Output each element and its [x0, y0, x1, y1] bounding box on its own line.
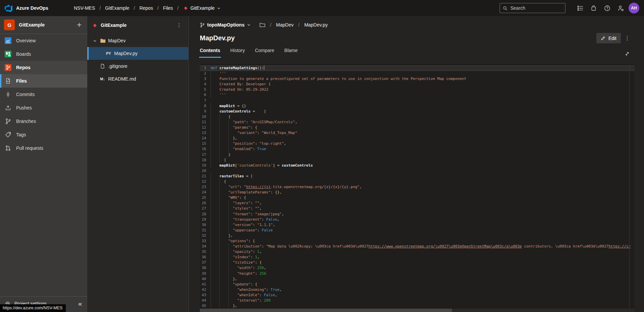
tree-item-label: README.md [108, 76, 136, 82]
tab-blame[interactable]: Blame [284, 48, 298, 58]
indent-guide-icon [219, 200, 220, 206]
avatar[interactable]: AH [629, 3, 639, 13]
sidebar-item-tags[interactable]: Tags [0, 128, 87, 141]
branch-name: topoMapOptions [207, 22, 244, 28]
tree-item-mapdev.py[interactable]: PYMapDev.py [87, 47, 188, 60]
sidebar-item-branches[interactable]: Branches [0, 115, 87, 128]
code-line-content: "WMS": { [211, 195, 635, 200]
code-token: "Map data \u0026copy; \u003ca href\u003d… [266, 244, 369, 249]
code-token: = [235, 104, 242, 108]
code-token: "position" [233, 141, 255, 146]
add-project-icon[interactable] [75, 21, 83, 29]
code-line: 39 "height": 256 [200, 271, 635, 276]
code-line: 38 "width": 256, [200, 265, 635, 271]
branch-selector[interactable]: topoMapOptions [200, 22, 251, 28]
chevron-down-icon[interactable] [93, 39, 100, 43]
sidebar-item-pull-requests[interactable]: Pull requests [0, 141, 87, 155]
tree-item-label: MapDev.py [114, 51, 138, 56]
tab-contents[interactable]: Contents [200, 48, 220, 58]
code-token: { [224, 179, 226, 184]
code-line-content: Function to generate a preconfigured set… [211, 76, 635, 82]
code-token: , [264, 266, 266, 270]
horizontal-scrollbar-thumb[interactable] [200, 309, 452, 312]
collapse-sidebar-icon[interactable]: « [78, 300, 82, 308]
code-token: "image/jpeg" [255, 212, 281, 216]
breadcrumb-repo-name: GitExample [190, 5, 215, 11]
code-token: } [233, 277, 235, 281]
tab-compare[interactable]: Compare [255, 48, 274, 58]
tree-item-mapdev[interactable]: MapDev [87, 34, 188, 47]
sidebar-item-label: Pushes [16, 105, 32, 110]
path-item[interactable]: MapDev.py [304, 22, 328, 28]
indent-guide-icon [219, 260, 220, 265]
code-line: 24 "urlTemplateParams": {}, [200, 190, 635, 195]
my-work-icon[interactable] [573, 0, 587, 16]
line-number: 18 [200, 158, 211, 163]
product-name[interactable]: Azure DevOps [16, 5, 48, 11]
indent-guide-icon [228, 287, 229, 293]
code-token: Created On: 05-29-2022 [220, 87, 269, 92]
line-number: 2 [200, 71, 211, 76]
sidebar-item-boards[interactable]: Boards [0, 47, 87, 61]
code-token: https://cr [608, 244, 631, 249]
breadcrumb-item[interactable]: NSV-MES [74, 5, 95, 11]
indent-guide-icon [211, 125, 211, 130]
sidebar-item-files[interactable]: Files [0, 74, 87, 88]
line-number: 20 [200, 168, 211, 174]
indent-guide-icon [211, 298, 211, 303]
sidebar-item-repos[interactable]: Repos [0, 61, 87, 74]
tree-item-readme.md[interactable]: M↓README.md [87, 73, 188, 85]
code-indent [211, 255, 233, 259]
breadcrumb-item[interactable]: GitExample [105, 5, 129, 11]
horizontal-scrollbar[interactable] [200, 309, 635, 312]
help-icon[interactable] [600, 0, 614, 16]
indent-guide-icon [228, 217, 229, 222]
app-body: G GitExample OverviewBoardsReposFilesCom… [0, 16, 644, 312]
indent-guide-icon [228, 276, 229, 282]
line-number: 32 [200, 233, 211, 238]
folder-outline-icon[interactable] [260, 23, 265, 28]
project-name[interactable]: GitExample [19, 22, 75, 28]
project-avatar[interactable]: G [4, 19, 15, 30]
sidebar-item-commits[interactable]: Commits [0, 88, 87, 101]
tree-item-.gitignore[interactable]: .gitignore [87, 60, 188, 73]
sidebar-item-pushes[interactable]: Pushes [0, 101, 87, 115]
code-line: 9 customControls = [ [200, 109, 635, 114]
commits-icon [4, 91, 12, 98]
tab-history[interactable]: History [230, 48, 245, 58]
code-line: 41 "update": { [200, 282, 635, 287]
line-number: 5 [200, 87, 211, 92]
code-token: : [250, 212, 255, 216]
azure-devops-logo-icon[interactable] [5, 4, 13, 12]
indent-guide-icon [211, 92, 211, 98]
indent-guide-icon [211, 179, 211, 184]
code-token: .tile.openstreetmap.org/{z}/{x}/{y}.png" [271, 185, 360, 189]
breadcrumb-item[interactable]: Files [163, 5, 173, 11]
indent-guide-icon [219, 146, 220, 152]
code-line-content: def createMapSettings(): [211, 65, 635, 71]
top-bar: Azure DevOps NSV-MES/GitExample/Repos/Fi… [0, 0, 644, 16]
edit-button[interactable]: Edit [596, 33, 621, 43]
file-more-icon[interactable]: ⋮ [623, 34, 632, 42]
line-number: 10 [200, 114, 211, 120]
code-indent [211, 266, 237, 270]
path-item[interactable]: MapDev [276, 22, 293, 28]
code-token: [ [264, 109, 266, 114]
indent-guide-icon [219, 120, 220, 125]
tree-more-icon[interactable]: ⋮ [175, 21, 184, 29]
sidebar-item-overview[interactable]: Overview [0, 34, 87, 47]
code-line-content: }, [211, 303, 635, 309]
breadcrumb-repo-selector[interactable]: GitExample [183, 5, 221, 11]
code-line: 2 ''' [200, 71, 635, 76]
sidebar-nav: OverviewBoardsReposFilesCommitsPushesBra… [0, 34, 87, 155]
user-settings-icon[interactable] [614, 0, 627, 16]
tree-repo-name[interactable]: GitExample [101, 23, 175, 28]
code-editor[interactable]: 1def createMapSettings():2 '''3 Function… [200, 64, 635, 312]
code-token: customControls [220, 109, 251, 114]
fullscreen-icon[interactable] [625, 51, 630, 56]
breadcrumb-item[interactable]: Repos [139, 5, 153, 11]
marketplace-icon[interactable] [587, 0, 600, 16]
search-input[interactable] [510, 5, 571, 11]
code-token: : [266, 287, 271, 292]
tab-bar: ContentsHistoryCompareBlame [200, 48, 644, 58]
